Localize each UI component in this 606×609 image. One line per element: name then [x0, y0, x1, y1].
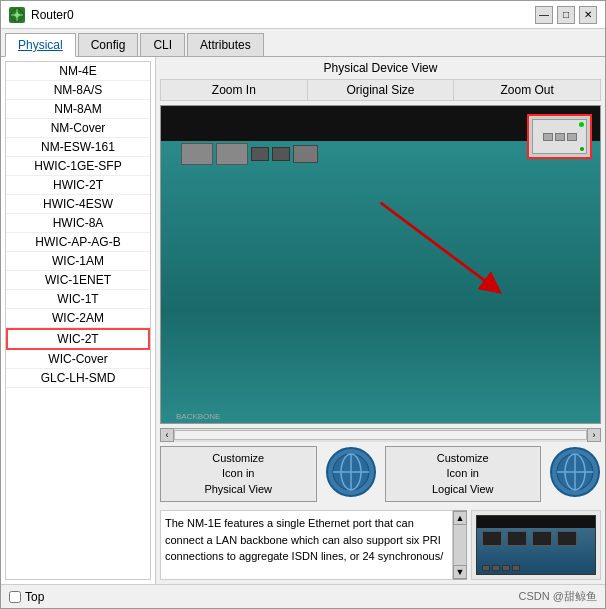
tab-attributes[interactable]: Attributes	[187, 33, 264, 56]
port-block	[293, 145, 318, 163]
customize-logical-button[interactable]: CustomizeIcon inLogical View	[385, 446, 542, 502]
module-port	[555, 133, 565, 141]
thumbnail-area	[471, 510, 601, 580]
left-panel: NM-4E NM-8A/S NM-8AM NM-Cover NM-ESW-161…	[1, 57, 156, 584]
port-group	[181, 143, 213, 165]
list-item[interactable]: NM-8AM	[6, 100, 150, 119]
router-window: Router0 — □ ✕ Physical Config CLI Attrib…	[0, 0, 606, 609]
zoom-in-button[interactable]: Zoom In	[161, 80, 308, 100]
top-checkbox[interactable]	[9, 591, 21, 603]
led-indicator-2	[580, 147, 584, 151]
port-area	[181, 143, 318, 165]
horizontal-scrollbar[interactable]: ‹ ›	[160, 428, 601, 442]
thumb-ports	[482, 565, 520, 571]
highlighted-module	[527, 114, 592, 159]
list-item[interactable]: WIC-1T	[6, 290, 150, 309]
module-ports	[543, 133, 577, 141]
right-panel: Physical Device View Zoom In Original Si…	[156, 57, 605, 584]
list-item[interactable]: NM-8A/S	[6, 81, 150, 100]
footer-branding: CSDN @甜鲸鱼	[519, 589, 597, 604]
description-scrollbar[interactable]: ▲ ▼	[453, 510, 467, 580]
router-icon-physical	[325, 446, 377, 501]
list-item[interactable]: NM-ESW-161	[6, 138, 150, 157]
physical-device-title: Physical Device View	[156, 57, 605, 79]
list-item[interactable]: HWIC-AP-AG-B	[6, 233, 150, 252]
thumb-port	[492, 565, 500, 571]
thumb-port	[512, 565, 520, 571]
led-indicator	[579, 122, 584, 127]
router-svg-physical	[325, 446, 377, 498]
customize-physical-label: CustomizeIcon inPhysical View	[204, 452, 272, 495]
thumb-slot-2	[507, 531, 527, 546]
list-item[interactable]: HWIC-4ESW	[6, 195, 150, 214]
zoom-controls: Zoom In Original Size Zoom Out	[160, 79, 601, 101]
port-connector	[272, 147, 290, 161]
device-body: BACKBONE	[161, 141, 600, 423]
scroll-track[interactable]	[174, 430, 587, 440]
zoom-out-button[interactable]: Zoom Out	[454, 80, 600, 100]
minimize-button[interactable]: —	[535, 6, 553, 24]
thumb-port	[482, 565, 490, 571]
top-label: Top	[25, 590, 44, 604]
close-button[interactable]: ✕	[579, 6, 597, 24]
device-label: BACKBONE	[176, 412, 220, 421]
original-size-button[interactable]: Original Size	[308, 80, 455, 100]
module-port	[567, 133, 577, 141]
list-item[interactable]: WIC-1AM	[6, 252, 150, 271]
thumb-slot-1	[482, 531, 502, 546]
list-item[interactable]: WIC-2AM	[6, 309, 150, 328]
port-connector	[251, 147, 269, 161]
maximize-button[interactable]: □	[557, 6, 575, 24]
scroll-down-button[interactable]: ▼	[453, 565, 467, 579]
list-item[interactable]: HWIC-2T	[6, 176, 150, 195]
list-item[interactable]: HWIC-8A	[6, 214, 150, 233]
thumb-slot-3	[532, 531, 552, 546]
module-port	[543, 133, 553, 141]
router-icon-logical	[549, 446, 601, 501]
customize-physical-button[interactable]: CustomizeIcon inPhysical View	[160, 446, 317, 502]
list-item[interactable]: HWIC-1GE-SFP	[6, 157, 150, 176]
window-icon	[9, 7, 25, 23]
title-bar-left: Router0	[9, 7, 74, 23]
list-item[interactable]: NM-Cover	[6, 119, 150, 138]
title-controls: — □ ✕	[535, 6, 597, 24]
module-small	[532, 119, 587, 154]
tab-cli[interactable]: CLI	[140, 33, 185, 56]
tab-physical[interactable]: Physical	[5, 33, 76, 57]
footer-left: Top	[9, 590, 44, 604]
router-svg-logical	[549, 446, 601, 498]
scroll-right-button[interactable]: ›	[587, 428, 601, 442]
footer-bar: Top CSDN @甜鲸鱼	[1, 584, 605, 608]
title-bar: Router0 — □ ✕	[1, 1, 605, 29]
list-item[interactable]: WIC-1ENET	[6, 271, 150, 290]
module-list[interactable]: NM-4E NM-8A/S NM-8AM NM-Cover NM-ESW-161…	[5, 61, 151, 580]
thumbnail-router	[476, 515, 596, 575]
scroll-thumb	[454, 525, 466, 565]
thumb-body	[477, 528, 595, 574]
port-group	[216, 143, 248, 165]
thumb-slot-4	[557, 531, 577, 546]
list-item[interactable]: NM-4E	[6, 62, 150, 81]
device-view: BACKBONE	[160, 105, 601, 424]
window-title: Router0	[31, 8, 74, 22]
list-item[interactable]: WIC-Cover	[6, 350, 150, 369]
description-text: The NM-1E features a single Ethernet por…	[160, 510, 453, 580]
thumb-top-bar	[477, 516, 595, 528]
bottom-buttons: CustomizeIcon inPhysical View CustomizeI…	[156, 442, 605, 506]
description-area: The NM-1E features a single Ethernet por…	[156, 506, 605, 584]
list-item[interactable]: GLC-LH-SMD	[6, 369, 150, 388]
tab-config[interactable]: Config	[78, 33, 139, 56]
scroll-left-button[interactable]: ‹	[160, 428, 174, 442]
thumb-port	[502, 565, 510, 571]
tab-bar: Physical Config CLI Attributes	[1, 29, 605, 57]
list-item-selected[interactable]: WIC-2T	[6, 328, 150, 350]
customize-logical-label: CustomizeIcon inLogical View	[432, 452, 494, 495]
scroll-up-button[interactable]: ▲	[453, 511, 467, 525]
main-content: NM-4E NM-8A/S NM-8AM NM-Cover NM-ESW-161…	[1, 57, 605, 584]
